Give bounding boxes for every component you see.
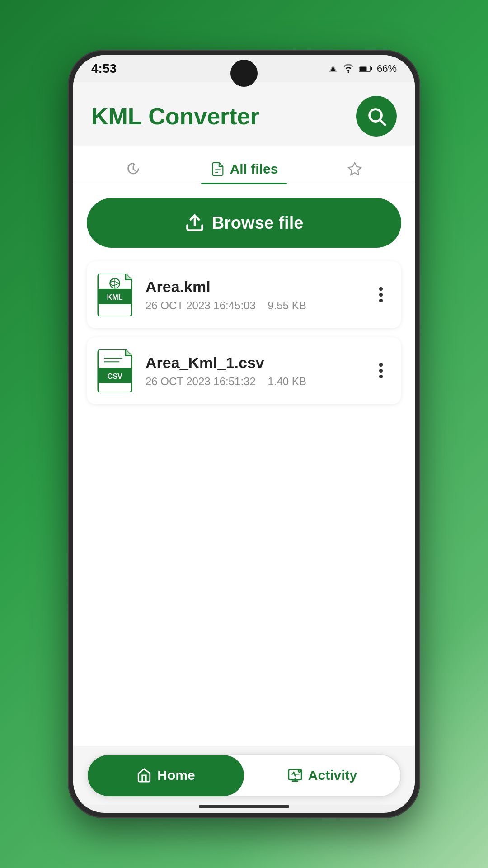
- bottom-nav: Home + Activity: [73, 746, 415, 805]
- history-icon: [126, 161, 141, 177]
- activity-icon: +: [287, 768, 303, 783]
- signal-icon: [328, 64, 338, 74]
- star-icon: [347, 161, 362, 177]
- svg-rect-5: [371, 67, 372, 70]
- camera-notch: [230, 60, 258, 87]
- csv-file-icon-wrap: CSV: [96, 348, 136, 393]
- wifi-icon: [343, 64, 354, 74]
- csv-file-name: Area_Kml_1.csv: [145, 354, 361, 372]
- battery-icon: [359, 64, 372, 73]
- kml-file-date: 26 OCT 2023 16:45:03: [145, 299, 256, 311]
- csv-more-button[interactable]: [370, 363, 392, 378]
- tab-favorites[interactable]: [338, 155, 371, 184]
- nav-home-label: Home: [157, 768, 195, 783]
- csv-file-meta: 26 OCT 2023 16:51:32 1.40 KB: [145, 375, 361, 388]
- home-icon: [136, 768, 152, 783]
- kml-file-meta: 26 OCT 2023 16:45:03 9.55 KB: [145, 299, 361, 312]
- kml-file-info: Area.kml 26 OCT 2023 16:45:03 9.55 KB: [145, 278, 361, 312]
- svg-rect-4: [359, 67, 366, 71]
- file-tab-icon: [210, 161, 225, 177]
- tab-all-files[interactable]: All files: [201, 155, 287, 184]
- csv-file-size: 1.40 KB: [267, 375, 306, 387]
- browse-file-label: Browse file: [212, 213, 304, 233]
- svg-point-2: [347, 71, 349, 73]
- tab-history[interactable]: [117, 155, 150, 184]
- status-time: 4:53: [91, 61, 117, 76]
- csv-file-icon: CSV: [97, 349, 136, 392]
- kml-file-size: 9.55 KB: [267, 299, 306, 311]
- upload-icon: [185, 213, 205, 233]
- nav-activity-label: Activity: [308, 768, 357, 783]
- nav-home[interactable]: Home: [88, 755, 244, 796]
- nav-activity[interactable]: + Activity: [244, 755, 400, 796]
- app-title: KML Converter: [91, 103, 259, 130]
- file-item-kml[interactable]: KML Area.kml 26 OCT 2023 16:45:03 9.55 K…: [87, 261, 401, 328]
- nav-pill: Home + Activity: [87, 754, 401, 797]
- csv-file-date: 26 OCT 2023 16:51:32: [145, 375, 256, 387]
- search-button[interactable]: [356, 96, 397, 137]
- svg-text:CSV: CSV: [107, 372, 122, 380]
- app-header: KML Converter: [73, 82, 415, 146]
- csv-file-info: Area_Kml_1.csv 26 OCT 2023 16:51:32 1.40…: [145, 354, 361, 388]
- kml-file-icon-wrap: KML: [96, 272, 136, 317]
- kml-more-button[interactable]: [370, 287, 392, 302]
- home-indicator: [199, 805, 289, 808]
- battery-percent: 66%: [377, 63, 397, 75]
- kml-file-icon: KML: [97, 274, 136, 316]
- search-icon: [366, 106, 387, 127]
- browse-file-button[interactable]: Browse file: [87, 198, 401, 248]
- file-item-csv[interactable]: CSV Area_Kml_1.csv 26 OCT 2023 16:51:32 …: [87, 337, 401, 404]
- svg-text:KML: KML: [107, 293, 122, 301]
- main-content: Browse file KML: [73, 184, 415, 746]
- tab-all-files-label: All files: [230, 161, 278, 177]
- status-icons: 66%: [328, 63, 397, 75]
- tab-bar: All files: [73, 146, 415, 184]
- svg-line-7: [380, 120, 385, 125]
- kml-file-name: Area.kml: [145, 278, 361, 296]
